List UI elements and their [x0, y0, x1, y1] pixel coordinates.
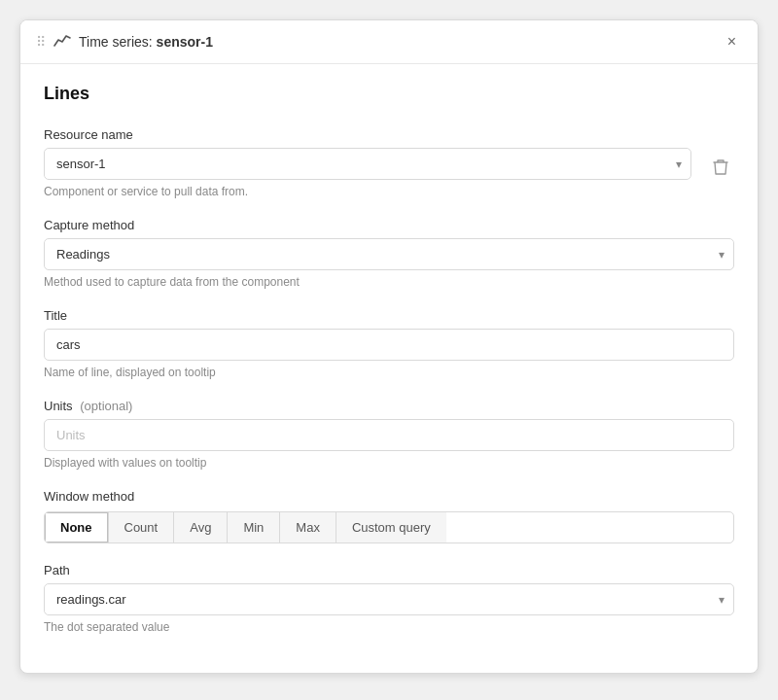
title-hint: Name of line, displayed on tooltip [44, 366, 734, 379]
units-label: Units (optional) [44, 399, 734, 413]
window-method-avg-button[interactable]: Avg [174, 512, 228, 542]
panel-title: Time series: sensor-1 [79, 34, 213, 50]
resource-name-label: Resource name [44, 127, 691, 142]
window-method-min-button[interactable]: Min [228, 512, 280, 542]
panel-header: ⠿ Time series: sensor-1 × [20, 20, 758, 64]
capture-method-select-wrapper: Readings ▾ [44, 238, 734, 270]
path-select[interactable]: readings.car [44, 583, 734, 615]
capture-method-label: Capture method [44, 218, 734, 232]
window-method-count-button[interactable]: Count [109, 512, 175, 542]
close-button[interactable]: × [722, 32, 742, 52]
drag-handle-icon[interactable]: ⠿ [36, 34, 46, 50]
path-hint: The dot separated value [44, 620, 734, 634]
title-label: Title [44, 308, 734, 323]
section-title: Lines [44, 84, 734, 104]
resource-name-hint: Component or service to pull data from. [44, 185, 691, 198]
title-group: Title Name of line, displayed on tooltip [44, 308, 734, 379]
window-method-label: Window method [44, 489, 734, 504]
delete-button[interactable] [707, 153, 734, 185]
units-group: Units (optional) Displayed with values o… [44, 399, 734, 470]
resource-name-select-wrapper: sensor-1 ▾ [44, 148, 691, 180]
window-method-custom-query-button[interactable]: Custom query [336, 512, 446, 542]
header-left: ⠿ Time series: sensor-1 [36, 32, 213, 52]
resource-name-select[interactable]: sensor-1 [44, 148, 691, 180]
units-hint: Displayed with values on tooltip [44, 456, 734, 470]
capture-method-group: Capture method Readings ▾ Method used to… [44, 218, 734, 289]
resource-name-group: Resource name sensor-1 ▾ Component or se… [44, 127, 691, 198]
chart-icon [53, 32, 71, 52]
units-optional-label: (optional) [80, 399, 132, 413]
panel: ⠿ Time series: sensor-1 × Lines Resource… [19, 19, 759, 674]
panel-body: Lines Resource name sensor-1 ▾ Component… [20, 64, 758, 673]
title-input[interactable] [44, 329, 734, 361]
window-method-group: Window method None Count Avg Min Max Cus… [44, 489, 734, 543]
path-select-wrapper: readings.car ▾ [44, 583, 734, 615]
path-group: Path readings.car ▾ The dot separated va… [44, 563, 734, 634]
path-label: Path [44, 563, 734, 578]
units-input[interactable] [44, 419, 734, 451]
capture-method-select[interactable]: Readings [44, 238, 734, 270]
capture-method-hint: Method used to capture data from the com… [44, 275, 734, 289]
resource-name-row: Resource name sensor-1 ▾ Component or se… [44, 127, 734, 198]
window-method-btn-group: None Count Avg Min Max Custom query [44, 511, 734, 543]
window-method-max-button[interactable]: Max [280, 512, 336, 542]
window-method-none-button[interactable]: None [45, 512, 109, 542]
